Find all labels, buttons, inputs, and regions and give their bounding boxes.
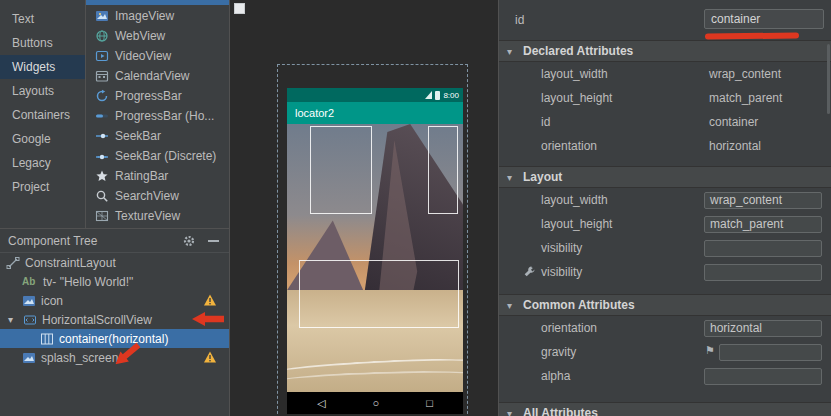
flag-icon[interactable]: ⚑ [705,344,715,357]
app-bar: locator2 [287,102,463,124]
background-photo [287,124,463,392]
view-bounds-rect[interactable] [299,260,459,328]
searchview-icon [95,189,109,203]
ratingbar-icon [95,169,109,183]
chevron-down-icon: ▾ [507,46,517,57]
attr-value-field[interactable] [704,264,822,281]
tree-item-label: HorizontalScrollView [42,313,152,327]
palette-item-textureview[interactable]: TextureView [86,206,229,226]
attr-label: layout_height [541,91,612,105]
status-bar: 8:00 [287,88,463,102]
tree-item-horizontalscrollview[interactable]: ▾ HorizontalScrollView [0,310,229,329]
attr-value-field[interactable]: wrap_content [704,192,822,209]
attr-label: id [515,13,524,27]
battery-icon [435,91,440,100]
nav-back-icon: ◁ [317,397,325,410]
palette-category-google[interactable]: Google [0,127,85,151]
design-surface[interactable]: 8:00 locator2 ◁ ○ □ [230,0,498,416]
palette-item-progressbar-horizontal[interactable]: ProgressBar (Ho... [86,106,229,126]
id-value-field[interactable]: container [704,9,824,29]
palette-category-widgets[interactable]: Widgets [0,55,85,79]
palette-item-webview[interactable]: WebView [86,26,229,46]
palette-partial-selected-item[interactable] [86,0,229,5]
attr-value-field[interactable] [704,240,822,257]
palette-item-videoview[interactable]: VideoView [86,46,229,66]
palette-item-label: SearchView [115,189,179,203]
attr-section-title: Declared Attributes [523,44,633,58]
attr-label: layout_width [541,67,608,81]
view-bounds-rect[interactable] [310,126,372,214]
tree-item-icon[interactable]: icon [0,291,229,310]
palette-item-label: ImageView [115,9,174,23]
palette-item-calendarview[interactable]: CalendarView [86,66,229,86]
attr-section-declared-attributes[interactable]: ▾ Declared Attributes [499,40,831,62]
component-tree-header: Component Tree [0,229,229,253]
tree-item-container[interactable]: container(horizontal) [0,329,229,348]
warning-icon[interactable] [203,293,217,307]
status-time: 8:00 [443,91,459,100]
attr-label: orientation [541,321,597,335]
palette-item-label: ProgressBar [115,89,182,103]
attr-value[interactable]: match_parent [709,91,782,105]
tree-item-splash-screen[interactable]: splash_screen [0,348,229,367]
attr-section-title: All Attributes [523,406,598,416]
webview-icon [95,29,109,43]
attr-label: layout_width [541,193,608,207]
attr-value-field[interactable]: match_parent [704,216,822,233]
palette-item-ratingbar[interactable]: RatingBar [86,166,229,186]
tree-item-label: tv- "Hello World!" [43,275,133,289]
palette-item-seekbar[interactable]: SeekBar [86,126,229,146]
palette-category-text[interactable]: Text [0,7,85,31]
imageview-icon [22,351,36,365]
palette-item-label: WebView [115,29,165,43]
attr-row-id: id container [499,110,831,134]
tree-item-constraintlayout[interactable]: ConstraintLayout [0,253,229,272]
palette-item-imageview[interactable]: ImageView [86,6,229,26]
wrench-icon [523,265,536,278]
design-surface-icon[interactable] [234,3,245,14]
chevron-down-icon: ▾ [507,300,517,311]
attr-row-layout-height: layout_height match_parent [499,86,831,110]
imageview-icon [22,294,36,308]
palette-categories: Text Buttons Widgets Layouts Containers … [0,0,86,228]
palette-category-legacy[interactable]: Legacy [0,151,85,175]
palette-category-buttons[interactable]: Buttons [0,31,85,55]
palette-item-searchview[interactable]: SearchView [86,186,229,206]
attr-id-row: id container [499,8,831,32]
palette-item-progressbar[interactable]: ProgressBar [86,86,229,106]
palette-category-layouts[interactable]: Layouts [0,79,85,103]
chevron-down-icon: ▾ [507,408,517,416]
videoview-icon [95,49,109,63]
device-preview[interactable]: 8:00 locator2 ◁ ○ □ [287,88,463,414]
chevron-down-icon[interactable]: ▾ [8,314,18,325]
attr-value-field[interactable] [719,344,822,361]
palette-item-label: ProgressBar (Ho... [115,109,214,123]
attr-value[interactable]: container [709,115,758,129]
attr-section-common-attributes[interactable]: ▾ Common Attributes [499,294,831,316]
warning-icon[interactable] [203,350,217,364]
tree-item-label: ConstraintLayout [25,256,116,270]
attr-value[interactable]: horizontal [709,139,761,153]
attr-section-layout[interactable]: ▾ Layout [499,166,831,188]
palette-item-seekbar-discrete[interactable]: SeekBar (Discrete) [86,146,229,166]
view-bounds-rect[interactable] [428,126,458,214]
textview-icon: Ab [22,276,38,287]
attr-section-title: Common Attributes [523,298,635,312]
attr-row-alpha: alpha [499,364,831,388]
gear-icon[interactable] [182,234,196,248]
palette-category-project[interactable]: Project [0,175,85,199]
attr-row-orientation: orientation horizontal [499,316,831,340]
calendarview-icon [95,69,109,83]
tree-item-textview[interactable]: Ab tv- "Hello World!" [0,272,229,291]
minimize-icon[interactable] [208,240,219,242]
attr-row-layout-height: layout_height match_parent [499,212,831,236]
attributes-scrollbar[interactable] [827,44,830,114]
palette-item-label: SeekBar [115,129,161,143]
attr-value[interactable]: wrap_content [709,67,781,81]
annotation-underline [705,33,799,40]
attr-value-field[interactable] [704,368,822,385]
attr-section-all-attributes[interactable]: ▾ All Attributes [499,402,831,416]
attr-value-field[interactable]: horizontal [704,320,822,337]
attr-label: alpha [541,369,570,383]
palette-category-containers[interactable]: Containers [0,103,85,127]
